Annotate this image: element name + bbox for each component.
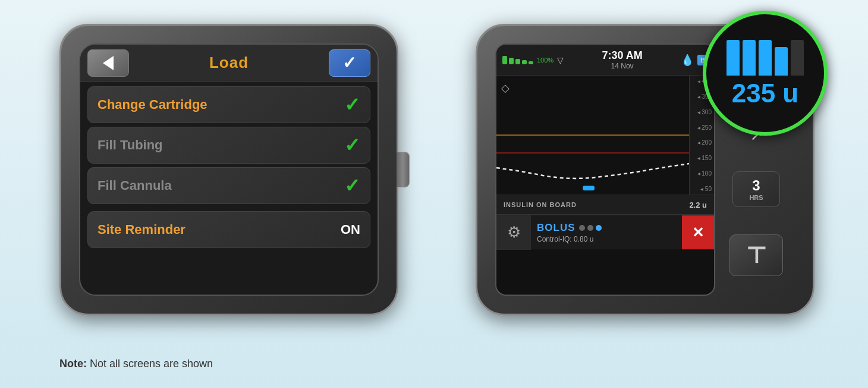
t-icon: ⊤ [746, 242, 767, 268]
menu-item-fill-cannula[interactable]: Fill Cannula ✓ [87, 167, 370, 204]
y-label-250: ◂ 250 [690, 124, 712, 131]
fill-tubing-check: ✓ [344, 134, 360, 157]
site-reminder-value: ON [341, 222, 360, 237]
dot-3 [596, 225, 602, 231]
dot-2 [587, 225, 593, 231]
insulin-value: 235 u [732, 80, 799, 107]
y-label-100: ◂ 100 [690, 170, 712, 177]
hours-label: HRS [749, 194, 763, 201]
ins-bar-4 [775, 47, 788, 76]
ins-bar-1 [727, 40, 740, 76]
battery-percentage: 100% [537, 57, 553, 64]
chart-area: ◇ ◂ 400 ◂ 350 ◂ 300 ◂ 250 ◂ 200 [496, 76, 714, 195]
note-text: Note: Not all screens are shown [59, 358, 213, 370]
y-label-150: ◂ 150 [690, 155, 712, 161]
y-label-200: ◂ 200 [690, 139, 712, 146]
filter-icon: ▽ [557, 55, 564, 65]
left-screen: Load ✓ Change Cartridge ✓ Fill Tubing ✓ … [79, 43, 379, 296]
right-screen: 100% ▽ 7:30 AM 14 Nov 💧 B ◇ [495, 43, 715, 296]
back-arrow-icon [103, 56, 114, 70]
bolus-gear: ⚙ [496, 215, 531, 250]
bolus-label: BOLUS [537, 222, 575, 234]
chart-main: ◇ [496, 76, 689, 195]
date-display: 14 Nov [602, 62, 642, 70]
y-label-300: ◂ 300 [690, 109, 712, 115]
hours-value: 3 [752, 177, 760, 194]
left-top-bar: Load ✓ [80, 45, 378, 82]
battery-bar-4 [522, 60, 527, 64]
insulin-zoom-circle: 235 u [703, 11, 828, 136]
ins-bar-3 [759, 40, 772, 76]
change-cartridge-label: Change Cartridge [98, 97, 207, 112]
bolus-subtitle: Control-IQ: 0.80 u [537, 235, 676, 243]
fill-tubing-label: Fill Tubing [98, 137, 163, 153]
insulin-bars [727, 40, 804, 76]
hours-block[interactable]: 3 HRS [732, 171, 780, 207]
checkmark-icon: ✓ [342, 55, 356, 71]
y-label-50: ◂ 50 [690, 186, 712, 192]
bolus-title-row: BOLUS [537, 222, 676, 234]
bolus-dots [579, 225, 602, 231]
t-button[interactable]: ⊤ [729, 234, 783, 276]
device-left: Load ✓ Change Cartridge ✓ Fill Tubing ✓ … [59, 24, 398, 315]
cancel-bolus-button[interactable]: ✕ [682, 215, 714, 249]
battery-indicator [502, 56, 533, 64]
back-button[interactable] [87, 49, 129, 77]
iob-label: INSULIN ON BOARD [504, 201, 577, 208]
drop-icon: 💧 [681, 54, 694, 67]
screen-title: Load [209, 54, 249, 72]
fill-cannula-label: Fill Cannula [98, 178, 172, 193]
time-block: 7:30 AM 14 Nov [602, 49, 642, 70]
menu-list: Change Cartridge ✓ Fill Tubing ✓ Fill Ca… [80, 82, 378, 253]
confirm-button[interactable]: ✓ [329, 49, 370, 77]
change-cartridge-check: ✓ [344, 93, 360, 116]
bolus-info: BOLUS Control-IQ: 0.80 u [531, 218, 682, 247]
menu-item-site-reminder[interactable]: Site Reminder ON [87, 211, 370, 248]
bolus-row: ⚙ BOLUS Control-IQ: 0.80 u ✕ [496, 215, 714, 249]
battery-bar-3 [515, 59, 520, 64]
iob-bar: INSULIN ON BOARD 2.2 u [496, 195, 714, 215]
side-connector [397, 152, 410, 187]
site-reminder-label: Site Reminder [98, 222, 185, 237]
gear-icon: ⚙ [507, 223, 521, 242]
fill-cannula-check: ✓ [344, 174, 360, 197]
time-display: 7:30 AM [602, 49, 642, 62]
note-bold: Note: [59, 358, 87, 370]
chart-svg [496, 76, 689, 195]
dot-1 [579, 225, 585, 231]
svg-rect-2 [583, 186, 595, 190]
note-body: Not all screens are shown [87, 358, 213, 370]
menu-item-change-cartridge[interactable]: Change Cartridge ✓ [87, 86, 370, 123]
menu-item-fill-tubing[interactable]: Fill Tubing ✓ [87, 127, 370, 164]
ins-bar-2 [743, 40, 756, 76]
battery-bar-2 [509, 58, 514, 64]
right-header: 100% ▽ 7:30 AM 14 Nov 💧 B [496, 45, 714, 76]
battery-bar-1 [502, 56, 507, 64]
ins-bar-5 [791, 40, 804, 76]
iob-value: 2.2 u [689, 201, 707, 209]
battery-bar-5 [529, 61, 533, 64]
